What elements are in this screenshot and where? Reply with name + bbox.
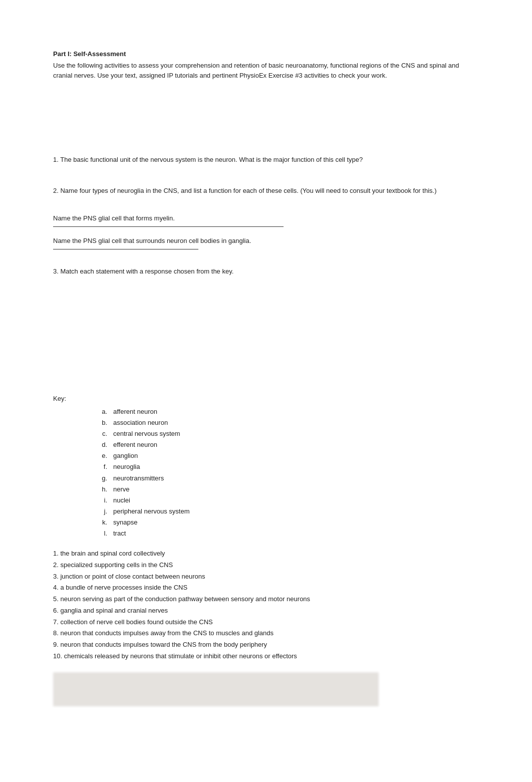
key-letter: k. xyxy=(93,517,107,528)
key-letter: j. xyxy=(93,506,107,517)
blurred-content xyxy=(53,672,379,706)
key-list: a.afferent neuronb.association neuronc.c… xyxy=(53,406,479,539)
match-list-item: 7. collection of nerve cell bodies found… xyxy=(53,617,479,628)
spacer-q1-q2 xyxy=(53,174,479,186)
spacer-q3-key xyxy=(53,286,479,386)
key-item-text: synapse xyxy=(113,517,137,528)
key-section: Key: a.afferent neuronb.association neur… xyxy=(53,395,479,662)
part-heading: Part I: Self-Assessment xyxy=(53,50,479,58)
key-item-text: association neuron xyxy=(113,417,168,428)
pns-myelin-underline[interactable] xyxy=(53,226,284,227)
key-list-item: h.nerve xyxy=(93,484,479,495)
key-item-text: central nervous system xyxy=(113,428,180,439)
match-list-item: 5. neuron serving as part of the conduct… xyxy=(53,594,479,605)
match-list-item: 6. ganglia and spinal and cranial nerves xyxy=(53,605,479,617)
key-label: Key: xyxy=(53,395,479,402)
key-list-item: l.tract xyxy=(93,528,479,539)
pns-myelin-block: Name the PNS glial cell that forms myeli… xyxy=(53,213,479,227)
key-letter: d. xyxy=(93,439,107,450)
question-1-text: 1. The basic functional unit of the nerv… xyxy=(53,155,479,165)
intro-text: Use the following activities to assess y… xyxy=(53,61,479,81)
match-list-item: 1. the brain and spinal cord collectivel… xyxy=(53,548,479,560)
key-list-item: f.neuroglia xyxy=(93,461,479,472)
key-letter: l. xyxy=(93,528,107,539)
pns-myelin-label: Name the PNS glial cell that forms myeli… xyxy=(53,213,479,223)
spacer-after-intro xyxy=(53,85,479,155)
key-list-item: c.central nervous system xyxy=(93,428,479,439)
key-item-text: nuclei xyxy=(113,495,130,506)
key-letter: c. xyxy=(93,428,107,439)
key-letter: b. xyxy=(93,417,107,428)
key-list-item: j.peripheral nervous system xyxy=(93,506,479,517)
match-list-item: 10. chemicals released by neurons that s… xyxy=(53,651,479,662)
key-item-text: nerve xyxy=(113,484,130,495)
key-item-text: tract xyxy=(113,528,126,539)
question-1-block: 1. The basic functional unit of the nerv… xyxy=(53,155,479,165)
key-letter: e. xyxy=(93,450,107,461)
pns-ganglia-block: Name the PNS glial cell that surrounds n… xyxy=(53,236,479,249)
pns-ganglia-underline[interactable] xyxy=(53,249,198,249)
question-2-block: 2. Name four types of neuroglia in the C… xyxy=(53,186,479,196)
key-letter: i. xyxy=(93,495,107,506)
question-3-text: 3. Match each statement with a response … xyxy=(53,267,479,277)
pns-ganglia-label: Name the PNS glial cell that surrounds n… xyxy=(53,236,479,246)
spacer-q2-pns1 xyxy=(53,205,479,213)
key-item-text: peripheral nervous system xyxy=(113,506,189,517)
key-letter: g. xyxy=(93,473,107,484)
key-list-item: k.synapse xyxy=(93,517,479,528)
match-list-item: 3. junction or point of close contact be… xyxy=(53,571,479,583)
key-list-item: a.afferent neuron xyxy=(93,406,479,417)
spacer-pns-q3 xyxy=(53,258,479,267)
key-item-text: afferent neuron xyxy=(113,406,157,417)
key-list-item: i.nuclei xyxy=(93,495,479,506)
question-2-text: 2. Name four types of neuroglia in the C… xyxy=(53,186,479,196)
key-letter: f. xyxy=(93,461,107,472)
match-list-item: 8. neuron that conducts impulses away fr… xyxy=(53,628,479,639)
match-list-item: 2. specialized supporting cells in the C… xyxy=(53,560,479,571)
key-item-text: ganglion xyxy=(113,450,138,461)
page-container: Part I: Self-Assessment Use the followin… xyxy=(0,0,532,782)
key-list-item: e.ganglion xyxy=(93,450,479,461)
key-item-text: neuroglia xyxy=(113,461,140,472)
match-list-item: 4. a bundle of nerve processes inside th… xyxy=(53,582,479,594)
key-letter: h. xyxy=(93,484,107,495)
key-list-item: b.association neuron xyxy=(93,417,479,428)
key-list-item: d.efferent neuron xyxy=(93,439,479,450)
key-list-item: g.neurotransmitters xyxy=(93,473,479,484)
key-item-text: efferent neuron xyxy=(113,439,157,450)
key-letter: a. xyxy=(93,406,107,417)
question-3-block: 3. Match each statement with a response … xyxy=(53,267,479,277)
match-list: 1. the brain and spinal cord collectivel… xyxy=(53,548,479,662)
key-item-text: neurotransmitters xyxy=(113,473,164,484)
match-list-item: 9. neuron that conducts impulses toward … xyxy=(53,639,479,651)
